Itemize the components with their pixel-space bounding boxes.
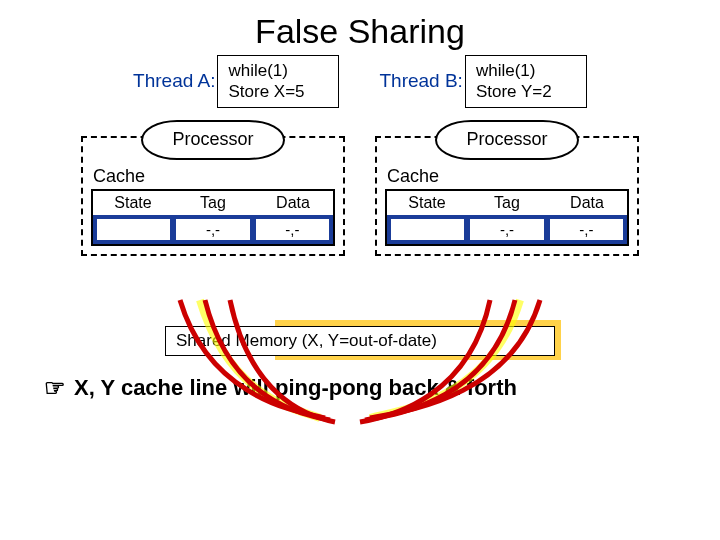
cache-a-label: Cache — [93, 166, 343, 187]
processor-b-oval: Processor — [435, 120, 579, 160]
col-data: Data — [253, 191, 333, 215]
cache-b-label: Cache — [387, 166, 637, 187]
page-title: False Sharing — [0, 0, 720, 51]
thread-b-line1: while(1) — [476, 60, 576, 81]
thread-a-label: Thread A: — [133, 70, 215, 92]
col-data-b: Data — [547, 191, 627, 215]
thread-a-code: while(1) Store X=5 — [217, 55, 339, 108]
hand-icon: ☞ — [44, 374, 66, 402]
cache-b-frame: State Tag Data -,- -,- — [385, 189, 629, 246]
thread-a-line1: while(1) — [228, 60, 328, 81]
col-tag: Tag — [173, 191, 253, 215]
cache-b-data: -,- — [550, 219, 623, 240]
col-tag-b: Tag — [467, 191, 547, 215]
thread-b-label: Thread B: — [379, 70, 462, 92]
col-state: State — [93, 191, 173, 215]
cache-a-frame: State Tag Data -,- -,- — [91, 189, 335, 246]
cache-b-header: State Tag Data — [387, 191, 627, 215]
processor-a-block: Processor Cache State Tag Data -,- -,- — [81, 136, 345, 256]
col-state-b: State — [387, 191, 467, 215]
thread-b: Thread B: while(1) Store Y=2 — [379, 55, 586, 108]
processor-row: Processor Cache State Tag Data -,- -,- P… — [0, 136, 720, 256]
cache-a-header: State Tag Data — [93, 191, 333, 215]
memory-wrap: Shared Memory (X, Y=out-of-date) — [165, 326, 555, 356]
processor-b-block: Processor Cache State Tag Data -,- -,- — [375, 136, 639, 256]
conclusion-row: ☞ X, Y cache line will ping-pong back & … — [44, 374, 720, 402]
shared-memory-box: Shared Memory (X, Y=out-of-date) — [165, 326, 555, 356]
conclusion-text: X, Y cache line will ping-pong back & fo… — [74, 375, 517, 401]
cache-b-row: -,- -,- — [387, 215, 627, 244]
cache-a-state — [97, 219, 170, 240]
thread-b-line2: Store Y=2 — [476, 81, 576, 102]
cache-b-tag: -,- — [470, 219, 543, 240]
cache-a-row: -,- -,- — [93, 215, 333, 244]
cache-a-tag: -,- — [176, 219, 249, 240]
cache-a-data: -,- — [256, 219, 329, 240]
thread-a-line2: Store X=5 — [228, 81, 328, 102]
processor-a-oval: Processor — [141, 120, 285, 160]
thread-b-code: while(1) Store Y=2 — [465, 55, 587, 108]
thread-a: Thread A: while(1) Store X=5 — [133, 55, 339, 108]
thread-row: Thread A: while(1) Store X=5 Thread B: w… — [0, 55, 720, 108]
cache-b-state — [391, 219, 464, 240]
